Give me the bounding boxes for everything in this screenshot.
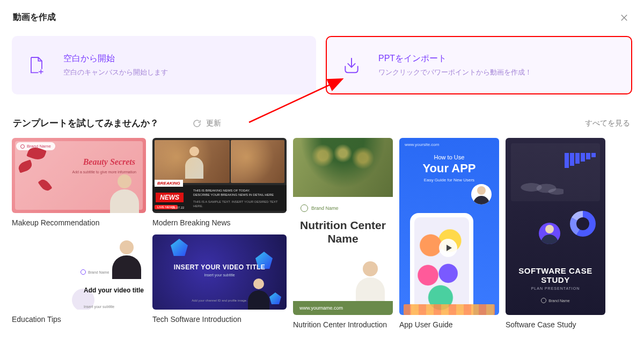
template-column: Brand Name Nutrition Center Name www.you…	[293, 138, 393, 336]
play-icon	[439, 239, 457, 257]
option-text: 空白から開始 空白のキャンバスから開始します	[63, 53, 302, 77]
template-thumbnail-makeup[interactable]: Brand Name Beauty Secrets Add a subtitle…	[12, 138, 146, 213]
refresh-icon	[192, 119, 202, 128]
see-all-link[interactable]: すべてを見る	[585, 119, 630, 128]
filmstrip-icon	[404, 304, 495, 315]
thumb-headline: Beauty Secrets	[83, 157, 135, 167]
template-title: Tech Software Introduction	[152, 315, 287, 324]
option-import-ppt[interactable]: PPTをインポート ワンクリックでパワーポイントから動画を作成！	[326, 36, 632, 94]
template-card: Brand Name Nutrition Center Name www.you…	[293, 138, 393, 329]
document-plus-icon	[26, 55, 47, 76]
refresh-button[interactable]: 更新	[192, 119, 221, 128]
brand-label: Brand Name	[301, 204, 339, 212]
avatar-icon	[184, 146, 205, 179]
option-desc: ワンクリックでパワーポイントから動画を作成！	[378, 68, 617, 77]
breaking-label: BREAKING	[155, 180, 183, 187]
thumb-sub: Easy Guide for New Users	[399, 178, 499, 182]
import-icon	[341, 55, 362, 76]
template-thumbnail-tech[interactable]: INSERT YOUR VIDEO TITLE Insert your subt…	[152, 234, 287, 310]
thumb-url: www.yoursite.com	[405, 142, 439, 147]
avatar-icon	[111, 240, 143, 279]
template-card: SOFTWARE CASE STUDY PLAN PRESENTATION Br…	[506, 138, 605, 329]
thumb-sub: Add a subtitle to give more information	[72, 170, 136, 174]
news-date: 26.07.22	[172, 206, 184, 209]
template-thumbnail-case-study[interactable]: SOFTWARE CASE STUDY PLAN PRESENTATION Br…	[506, 138, 605, 315]
option-title: PPTをインポート	[378, 53, 617, 64]
avatar-icon	[354, 261, 386, 301]
option-desc: 空白のキャンバスから開始します	[63, 68, 302, 77]
donut-chart-icon	[570, 211, 596, 237]
template-thumbnail-news[interactable]: BREAKING NEWS THIS IS BREAKING NEWS OF T…	[152, 138, 287, 213]
option-title: 空白から開始	[63, 53, 302, 64]
template-card: INSERT YOUR VIDEO TITLE Insert your subt…	[152, 234, 287, 324]
template-card: www.yoursite.com How to Use Your APP Eas…	[399, 138, 499, 329]
section-title: テンプレートを試してみませんか？	[13, 117, 159, 129]
avatar-icon	[108, 174, 141, 213]
thumb-sub: Insert your subtitle	[152, 273, 287, 277]
thumb-headline: Your APP	[399, 162, 499, 175]
thumb-headline: Add your video title	[84, 287, 144, 294]
template-column: BREAKING NEWS THIS IS BREAKING NEWS OF T…	[152, 138, 287, 336]
templates-grid: Brand Name Beauty Secrets Add a subtitle…	[0, 138, 644, 336]
refresh-label: 更新	[206, 119, 221, 128]
thumb-sub: Insert your subtitle	[84, 305, 114, 309]
template-thumbnail-education[interactable]: Brand Name Add your video title Insert y…	[12, 234, 146, 310]
thumb-pretitle: How to Use	[399, 154, 499, 160]
template-title: App User Guide	[399, 320, 499, 329]
template-title: Software Case Study	[506, 320, 605, 329]
avatar-icon	[471, 184, 492, 204]
thumb-url: www.yourname.com	[293, 301, 393, 315]
phone-mockup-icon	[410, 213, 473, 315]
thumb-headline: Nutrition Center Name	[293, 218, 393, 245]
template-thumbnail-nutrition[interactable]: Brand Name Nutrition Center Name www.you…	[293, 138, 393, 315]
creation-options: 空白から開始 空白のキャンバスから開始します PPTをインポート ワンクリックで…	[0, 36, 644, 94]
news-ticker: THIS IS BREAKING NEWS OF TODAY. DESCRIBE…	[193, 188, 283, 209]
option-start-blank[interactable]: 空白から開始 空白のキャンバスから開始します	[12, 36, 316, 94]
template-title: Education Tips	[12, 315, 146, 324]
template-column: Brand Name Beauty Secrets Add a subtitle…	[12, 138, 146, 336]
template-card: Brand Name Add your video title Insert y…	[12, 234, 146, 324]
template-card: Brand Name Beauty Secrets Add a subtitle…	[12, 138, 146, 227]
thumb-headline: SOFTWARE CASE STUDY	[506, 266, 605, 284]
brand-label: Brand Name	[506, 298, 605, 303]
avatar-icon	[539, 223, 560, 244]
template-card: BREAKING NEWS THIS IS BREAKING NEWS OF T…	[152, 138, 287, 227]
close-icon[interactable]	[619, 13, 629, 23]
template-column: SOFTWARE CASE STUDY PLAN PRESENTATION Br…	[506, 138, 605, 336]
option-text: PPTをインポート ワンクリックでパワーポイントから動画を作成！	[378, 53, 617, 77]
thumb-sub: PLAN PRESENTATION	[506, 287, 605, 290]
thumb-headline: INSERT YOUR VIDEO TITLE	[152, 263, 287, 271]
dialog-title: 動画を作成	[13, 12, 56, 23]
template-column: www.yoursite.com How to Use Your APP Eas…	[399, 138, 499, 336]
template-title: Modern Breaking News	[152, 218, 287, 227]
dialog-header: 動画を作成	[0, 0, 644, 33]
template-title: Nutrition Center Introduction	[293, 320, 393, 329]
news-label: NEWS	[156, 193, 184, 202]
templates-section-header: テンプレートを試してみませんか？ 更新 すべてを見る	[0, 94, 644, 138]
template-title: Makeup Recommendation	[12, 218, 146, 227]
avatar-icon	[243, 278, 275, 310]
chart-icon	[511, 143, 600, 201]
template-thumbnail-app-guide[interactable]: www.yoursite.com How to Use Your APP Eas…	[399, 138, 499, 315]
